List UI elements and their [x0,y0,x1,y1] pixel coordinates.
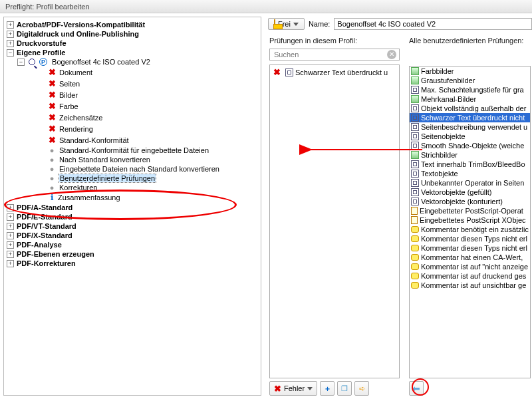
expand-icon[interactable]: + [7,223,14,230]
tree-item[interactable]: ✖Bilder [35,89,261,100]
error-x-icon: ✖ [47,135,57,145]
tree-label: PDF-Korrekturen [17,259,76,267]
all-check-item[interactable]: Farbbilder [410,66,530,76]
all-check-item[interactable]: Kommentar diesen Typs nicht erl [410,234,530,243]
expand-icon[interactable]: − [17,59,25,66]
profile-tree[interactable]: +Acrobat/PDF-Versions-Kompatibilität+Dig… [4,20,261,268]
tree-item[interactable]: −P Bogenoffset 4c ISO coated V2 [15,57,261,66]
all-check-item[interactable]: Schwarzer Text überdruckt nicht [410,113,530,122]
error-x-icon: ✖ [273,67,282,77]
tree-item[interactable]: +Druckvorstufe [4,39,261,48]
move-left-button[interactable]: ⬅ [409,381,424,396]
all-check-item[interactable]: Vektorobjekte (konturiert) [410,197,530,206]
expand-icon[interactable]: + [7,232,14,239]
check-label: Unbekannter Operator in Seiten [421,179,524,187]
tree-item[interactable]: −Eigene Profile [4,48,261,57]
check-label: Kommentar ist auf "nicht anzeige [421,263,528,271]
expand-icon[interactable]: + [7,21,14,29]
tree-item[interactable]: +PDF-Ebenen erzeugen [4,249,261,259]
all-check-item[interactable]: Strichbilder [410,150,530,160]
expand-icon[interactable]: + [7,241,14,249]
check-label: Textobjekte [421,170,458,178]
tree-item[interactable]: ●Benutzerdefinierte Prüfungen [35,174,261,183]
tree-item[interactable]: ✖Rendering [35,123,261,134]
all-check-item[interactable]: Smooth Shade-Objekte (weiche [410,141,530,150]
object-icon [285,68,293,76]
move-right-button[interactable]: ➪ [354,381,369,396]
profile-check-item[interactable]: ✖ Schwarzer Text überdruckt u [271,66,398,78]
tree-item[interactable]: ✖Farbe [35,100,261,112]
tree-item[interactable]: ✖Standard-Konformität [35,134,261,146]
lock-dropdown[interactable]: Frei [268,18,305,30]
tree-item[interactable]: ✖Seiten [35,78,261,89]
editor-panel: Frei Name: Prüfungen in diesem Profil: ✕… [261,13,532,399]
all-check-item[interactable]: Eingebettetes PostScript XObjec [410,215,530,225]
tree-item[interactable]: ✖Zeichensätze [35,112,261,123]
tree-item[interactable]: +Acrobat/PDF-Versions-Kompatibilität [4,20,261,29]
add-button[interactable]: ＋ [320,381,334,396]
tree-item[interactable]: +PDF/VT-Standard [4,221,261,231]
clear-search-icon[interactable]: ✕ [387,50,396,59]
tree-item[interactable]: +Digitaldruck und Online-Publishing [4,29,261,39]
profile-checks-search[interactable]: ✕ [269,49,400,61]
all-check-item[interactable]: Objekt vollständig außerhalb der [410,104,530,113]
tree-item[interactable]: ●Standard-Konformität für eingebettete D… [35,146,261,155]
search-input[interactable] [273,50,387,59]
profile-name-input[interactable] [334,18,532,30]
check-label: Vektorobjekte (konturiert) [421,198,503,205]
all-check-item[interactable]: Kommentar benötigt ein zusätzlic [410,225,530,234]
check-label: Strichbilder [421,151,458,159]
expand-icon[interactable]: + [7,251,14,258]
all-check-item[interactable]: Mehrkanal-Bilder [410,94,530,104]
severity-dropdown[interactable]: ✖ Fehler [269,381,317,396]
check-label: Vektorobjekte (gefüllt) [421,188,491,196]
tree-item[interactable]: ●Nach Standard konvertieren [35,155,261,164]
tree-item[interactable]: +PDF-Korrekturen [4,259,261,268]
tree-item[interactable]: ●Korrekturen [35,183,261,192]
object-icon [411,142,419,150]
tree-label: Acrobat/PDF-Versions-Kompatibilität [17,21,145,29]
duplicate-button[interactable]: ❐ [337,381,352,396]
check-label: Kommentar ist auf druckend ges [421,272,526,280]
tree-label: Eigene Profile [17,49,65,57]
name-label: Name: [309,20,330,28]
all-check-item[interactable]: Graustufenbilder [410,76,530,85]
all-checks-column: Alle benutzerdefinierten Prüfungen: Farb… [408,35,532,396]
all-check-item[interactable]: Unbekannter Operator in Seiten [410,178,530,188]
tree-item[interactable]: ●Eingebettete Dateien nach Standard konv… [35,164,261,174]
all-check-item[interactable]: Kommentar ist auf druckend ges [410,271,530,281]
expand-icon[interactable]: + [7,204,14,211]
all-check-item[interactable]: Kommentar ist auf "nicht anzeige [410,262,530,271]
all-check-item[interactable]: Vektorobjekte (gefüllt) [410,188,530,197]
comment-icon [411,226,419,233]
tree-label: PDF-Ebenen erzeugen [17,250,94,258]
all-check-item[interactable]: Eingebetteter PostScript-Operat [410,206,530,215]
all-check-item[interactable]: Seitenbeschreibung verwendet u [410,122,530,132]
expand-icon[interactable]: + [7,40,14,47]
profile-checks-column: Prüfungen in diesem Profil: ✕ ✖ Schwarze… [268,35,401,396]
expand-icon[interactable]: + [7,31,14,38]
tree-item[interactable]: +PDF/A-Standard [4,203,261,212]
tree-label: Standard-Konformität für eingebettete Da… [59,146,209,154]
main-area: +Acrobat/PDF-Versions-Kompatibilität+Dig… [0,13,532,399]
all-check-item[interactable]: Kommentar diesen Typs nicht erl [410,243,530,253]
all-check-item[interactable]: Seitenobjekte [410,132,530,141]
all-check-item[interactable]: Kommentar ist auf unsichtbar ge [410,281,530,290]
all-check-item[interactable]: Kommentar hat einen CA-Wert, [410,253,530,262]
all-checks-list[interactable]: FarbbilderGraustufenbilderMax. Schachtel… [409,66,531,378]
tree-label: Seiten [59,80,80,88]
tree-item[interactable]: +PDF-Analyse [4,240,261,249]
expand-icon[interactable]: + [7,213,14,221]
tree-item[interactable]: ℹZusammenfassung [35,192,261,203]
check-label: Eingebettetes PostScript XObjec [420,216,526,224]
all-check-item[interactable]: Max. Schachtelungstiefe für gra [410,85,530,94]
tree-item[interactable]: ✖Dokument [35,66,261,78]
profile-checks-list[interactable]: ✖ Schwarzer Text überdruckt u [269,65,400,378]
tree-item[interactable]: +PDF/X-Standard [4,231,261,240]
expand-icon[interactable]: − [7,49,14,57]
expand-icon[interactable]: + [7,260,14,267]
all-check-item[interactable]: Text innerhalb TrimBox/BleedBo [410,160,530,169]
all-check-item[interactable]: Textobjekte [410,169,530,178]
check-label: Mehrkanal-Bilder [421,95,476,103]
tree-item[interactable]: +PDF/E-Standard [4,212,261,221]
